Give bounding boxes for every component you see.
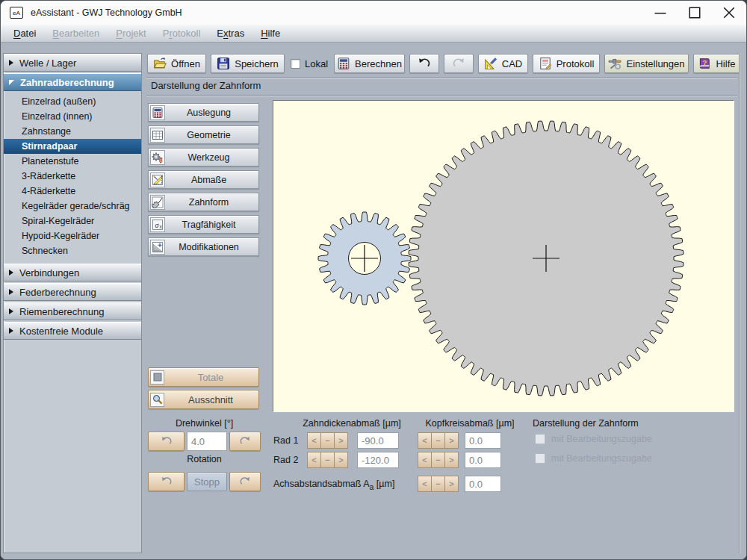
cad-icon [484, 57, 498, 70]
menubar: DateiBearbeitenProjektProtokollExtrasHil… [1, 25, 746, 43]
step-forward-button[interactable]: > [334, 452, 348, 468]
rad2-label: Rad 2 [273, 455, 298, 465]
step-zero-button[interactable]: − [431, 432, 445, 449]
close-button[interactable] [712, 1, 746, 25]
sidebar-section-welle-lager[interactable]: Welle / Lager [4, 54, 141, 72]
achsabstand-input[interactable] [465, 476, 501, 492]
undo-button[interactable] [409, 54, 439, 73]
app-icon: eA [10, 7, 23, 19]
step-forward-button[interactable]: > [334, 432, 348, 449]
step-back-button[interactable]: < [307, 432, 321, 449]
zahndicken-rad2-input[interactable] [357, 452, 399, 468]
step-zero-button[interactable]: − [320, 432, 335, 449]
bearbeitungszugabe-checkbox-2[interactable] [535, 453, 545, 464]
rotate-cw-step-button[interactable] [229, 432, 261, 451]
sidebar-item-3-raderkette[interactable]: 3-Räderkette [4, 169, 141, 184]
triangle-collapsed-icon [9, 328, 13, 334]
triangle-collapsed-icon [9, 270, 13, 276]
view-button-tragfahigkeit[interactable]: σxTragfähigkeit [148, 215, 259, 234]
zahndicken-rad1-input[interactable] [357, 432, 399, 449]
protocol-button[interactable]: Protokoll [533, 54, 600, 73]
cad-button[interactable]: CAD [478, 54, 528, 73]
step-back-button[interactable]: < [418, 476, 432, 492]
rotate-ccw-step-button[interactable] [148, 432, 185, 451]
darstellung-label: Darstellung der Zahnform [533, 418, 639, 429]
drehwinkel-input[interactable] [187, 432, 227, 451]
menu-hilfe[interactable]: Hilfe [252, 26, 288, 40]
view-button-modifikationen[interactable]: Modifikationen [148, 237, 259, 256]
menu-projekt[interactable]: Projekt [108, 26, 154, 40]
step-back-button[interactable]: < [418, 452, 432, 468]
kopfkreis-rad2-input[interactable] [465, 452, 501, 468]
sidebar-item-4-raderkette[interactable]: 4-Räderkette [4, 184, 141, 199]
sidebar-item-spiral-kegelrader[interactable]: Spiral-Kegelräder [4, 214, 141, 228]
view-button-label: Zahnform [165, 197, 257, 208]
menu-protokoll[interactable]: Protokoll [155, 26, 209, 40]
sidebar-item-einzelrad-aussen[interactable]: Einzelrad (außen) [4, 94, 141, 109]
help-button[interactable]: ? Hilfe [693, 54, 740, 73]
zahndicken-rad2-stepper: < − > [307, 452, 348, 468]
redo-button[interactable] [444, 54, 474, 73]
save-button[interactable]: Speichern [211, 54, 285, 73]
settings-button[interactable]: Einstellungen [604, 54, 689, 73]
step-forward-button[interactable]: > [444, 432, 459, 449]
step-zero-button[interactable]: − [431, 476, 445, 492]
menu-extras[interactable]: Extras [208, 26, 252, 40]
sidebar-item-hypoid-kegelrader[interactable]: Hypoid-Kegelräder [4, 228, 141, 243]
step-forward-button[interactable]: > [444, 476, 459, 492]
sidebar-section-zahnradberechnung[interactable]: Zahnradberechnung [4, 73, 141, 91]
rotate-cw-icon [238, 435, 252, 449]
menu-bearbeiten[interactable]: Bearbeiten [44, 26, 108, 40]
view-button-werkzeug[interactable]: Werkzeug [148, 148, 259, 167]
sidebar-section-riemenberechnung[interactable]: Riemenberechnung [4, 302, 141, 320]
divider [739, 53, 740, 553]
open-button[interactable]: Öffnen [147, 54, 206, 73]
sidebar-item-list: Einzelrad (außen)Einzelrad (innen)Zahnst… [4, 91, 141, 262]
view-button-auslegung[interactable]: Auslegung [148, 103, 259, 122]
rotate-ccw-icon [159, 435, 173, 449]
kopfkreis-rad1-stepper: < − > [418, 432, 459, 449]
bearbeitungszugabe-checkbox-1[interactable] [535, 434, 545, 444]
ausschnitt-button[interactable]: Ausschnitt [148, 390, 259, 409]
sidebar-section-federberechnung[interactable]: Federberechnung [4, 283, 141, 301]
gear-tool-icon [150, 150, 165, 165]
totale-button[interactable]: Totale [148, 367, 259, 387]
bearbeitungszugabe-row-1: mit Bearbeitungszugabe [535, 434, 652, 444]
step-back-button[interactable]: < [418, 432, 432, 449]
app-window: eA eAssistant - GWJ Technology GmbH Date… [0, 0, 747, 560]
view-button-abmasse[interactable]: Abmaße [148, 170, 259, 189]
step-forward-button[interactable]: > [444, 452, 459, 468]
view-button-column: AuslegungGeometrieWerkzeugAbmaßeZahnform… [148, 103, 259, 256]
rotation-stop-button[interactable]: Stopp [187, 472, 227, 491]
help-icon: ? [698, 57, 711, 70]
maximize-icon [688, 6, 701, 19]
minimize-button[interactable] [643, 1, 678, 25]
sidebar-item-stirnradpaar[interactable]: Stirnradpaar [4, 139, 141, 154]
sidebar-section-kostenfreie-module[interactable]: Kostenfreie Module [4, 322, 141, 340]
local-checkbox[interactable] [291, 59, 300, 69]
kopfkreis-rad1-input[interactable] [465, 432, 501, 449]
sidebar-item-kegelrader-gerade-schrag[interactable]: Kegelräder gerade/schräg [4, 199, 141, 214]
step-back-button[interactable]: < [307, 452, 321, 468]
step-zero-button[interactable]: − [320, 452, 335, 468]
close-icon [722, 6, 736, 19]
gear-drawing [273, 101, 735, 413]
sidebar-item-zahnstange[interactable]: Zahnstange [4, 124, 141, 139]
view-button-zahnform[interactable]: Zahnform [148, 193, 259, 211]
view-button-geometrie[interactable]: Geometrie [148, 125, 259, 144]
sidebar-item-planetenstufe[interactable]: Planetenstufe [4, 154, 141, 169]
divider [146, 78, 737, 79]
step-zero-button[interactable]: − [431, 452, 445, 468]
gear-rad-1 [318, 212, 411, 305]
modification-icon [150, 240, 165, 255]
maximize-button[interactable] [678, 1, 712, 25]
rotation-cw-button[interactable] [229, 472, 261, 491]
menu-datei[interactable]: Datei [5, 26, 44, 40]
rotate-cw-icon [238, 475, 252, 489]
zahndicken-rad1-stepper: < − > [307, 432, 348, 449]
sidebar-section-verbindungen[interactable]: Verbindungen [4, 264, 141, 281]
calculate-button[interactable]: Berechnen [334, 54, 405, 73]
rotation-ccw-button[interactable] [148, 472, 185, 491]
sidebar-item-schnecken[interactable]: Schnecken [4, 243, 141, 258]
sidebar-item-einzelrad-innen[interactable]: Einzelrad (innen) [4, 109, 141, 124]
